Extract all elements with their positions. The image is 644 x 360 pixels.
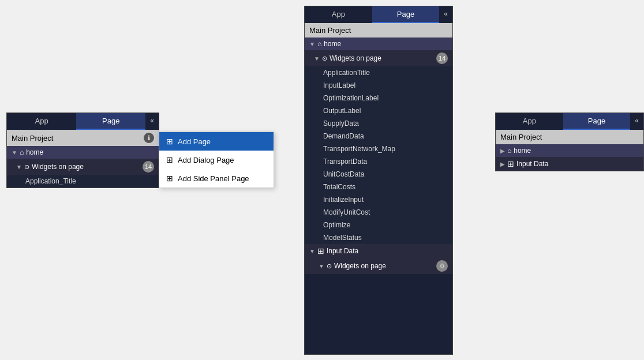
center-input-widgets-label: Widgets on page xyxy=(334,262,386,270)
center-home-label: home xyxy=(324,40,341,48)
dropdown-add-dialog[interactable]: ⊞ Add Dialog Page xyxy=(159,151,274,169)
left-home-label: home xyxy=(26,148,43,156)
list-item[interactable]: TransportData xyxy=(305,155,452,168)
left-widgets-label: Widgets on page xyxy=(32,163,84,171)
center-tab-app[interactable]: App xyxy=(305,6,372,23)
center-home-row[interactable]: ▼ ⌂ home xyxy=(305,38,452,50)
right-input-data-arrow: ▶ xyxy=(500,161,505,167)
left-widgets-badge: 14 xyxy=(143,161,154,172)
right-tab-app[interactable]: App xyxy=(496,113,563,130)
add-dialog-icon: ⊞ xyxy=(166,155,173,164)
left-selected-item-label: Application_Title xyxy=(25,177,76,185)
center-collapse-button[interactable]: « xyxy=(439,6,452,23)
right-input-data-row[interactable]: ▶ ⊞ Input Data xyxy=(496,157,643,171)
add-page-icon: ⊞ xyxy=(166,137,173,146)
left-widgets-row[interactable]: ▼ ⊙ Widgets on page 14 xyxy=(7,159,159,175)
add-page-label: Add Page xyxy=(178,137,211,146)
center-home-arrow: ▼ xyxy=(309,41,315,47)
list-item[interactable]: UnitCostData xyxy=(305,168,452,181)
right-collapse-button[interactable]: « xyxy=(630,113,643,130)
list-item[interactable]: OutputLabel xyxy=(305,104,452,117)
dropdown-menu: ⊞ Add Page ⊞ Add Dialog Page ⊞ Add Side … xyxy=(159,132,274,188)
add-side-panel-label: Add Side Panel Page xyxy=(178,174,249,183)
center-panel: App Page « Main Project ▼ ⌂ home ▼ ⊙ Wid… xyxy=(304,6,453,355)
right-input-data-label: Input Data xyxy=(516,160,548,168)
center-home-icon: ⌂ xyxy=(317,40,321,48)
left-widgets-arrow: ▼ xyxy=(16,164,22,170)
left-collapse-button[interactable]: « xyxy=(145,113,159,130)
left-home-icon: ⌂ xyxy=(20,148,24,156)
left-panel: App Page « Main Project ℹ ▼ ⌂ home ▼ ⊙ W… xyxy=(6,112,159,188)
left-project-name: Main Project xyxy=(12,134,53,142)
center-widgets-arrow: ▼ xyxy=(314,55,320,62)
center-input-widget-icon: ⊙ xyxy=(327,262,332,270)
list-item[interactable]: TransportNetwork_Map xyxy=(305,142,452,155)
right-home-arrow: ▶ xyxy=(500,148,505,154)
list-item[interactable]: DemandData xyxy=(305,130,452,142)
center-project-name: Main Project xyxy=(309,26,351,35)
center-input-widgets-row[interactable]: ▼ ⊙ Widgets on page 0 xyxy=(305,258,452,274)
list-item[interactable]: SupplyData xyxy=(305,117,452,130)
add-side-panel-icon: ⊞ xyxy=(166,174,173,183)
list-item[interactable]: OptimizationLabel xyxy=(305,92,452,104)
right-input-data-icon: ⊞ xyxy=(507,159,514,168)
center-input-data-icon: ⊞ xyxy=(317,246,324,256)
center-input-data-row[interactable]: ▼ ⊞ Input Data xyxy=(305,244,452,258)
right-home-label: home xyxy=(514,147,531,155)
list-item[interactable]: InputLabel xyxy=(305,79,452,92)
center-widgets-badge: 14 xyxy=(436,52,448,64)
list-item[interactable]: Optimize xyxy=(305,219,452,231)
left-tab-app[interactable]: App xyxy=(7,113,76,130)
left-panel-header: App Page « xyxy=(7,113,159,130)
left-widget-icon: ⊙ xyxy=(24,163,29,171)
list-item[interactable]: InitializeInput xyxy=(305,193,452,206)
left-project-row: Main Project ℹ xyxy=(7,130,159,146)
right-home-icon: ⌂ xyxy=(507,147,511,155)
center-project-row: Main Project xyxy=(305,23,452,38)
center-widgets-row[interactable]: ▼ ⊙ Widgets on page 14 xyxy=(305,50,452,66)
list-item[interactable]: TotalCosts xyxy=(305,181,452,193)
right-panel-header: App Page « xyxy=(496,113,643,130)
center-input-data-label: Input Data xyxy=(327,247,358,255)
list-item[interactable]: ModelStatus xyxy=(305,231,452,244)
center-input-widgets-badge: 0 xyxy=(436,260,448,272)
center-widget-icon: ⊙ xyxy=(322,55,327,62)
center-input-widgets-arrow: ▼ xyxy=(319,263,324,269)
left-info-icon[interactable]: ℹ xyxy=(144,133,154,143)
right-tab-page[interactable]: Page xyxy=(563,113,631,130)
list-item[interactable]: ModifyUnitCost xyxy=(305,206,452,219)
center-widgets-label: Widgets on page xyxy=(330,54,381,62)
right-panel: App Page « Main Project ▶ ⌂ home ▶ ⊞ Inp… xyxy=(495,112,644,171)
right-project-row: Main Project xyxy=(496,130,643,144)
dropdown-add-page[interactable]: ⊞ Add Page xyxy=(159,132,274,151)
left-selected-item[interactable]: Application_Title xyxy=(7,175,159,187)
left-tab-page[interactable]: Page xyxy=(76,113,145,130)
left-home-row[interactable]: ▼ ⌂ home xyxy=(7,146,159,159)
right-home-row[interactable]: ▶ ⌂ home xyxy=(496,144,643,157)
center-panel-header: App Page « xyxy=(305,6,452,23)
left-home-arrow: ▼ xyxy=(12,149,17,156)
add-dialog-label: Add Dialog Page xyxy=(178,156,234,164)
center-tab-page[interactable]: Page xyxy=(372,6,440,23)
center-input-data-arrow: ▼ xyxy=(309,248,315,254)
dropdown-add-side-panel[interactable]: ⊞ Add Side Panel Page xyxy=(159,169,274,187)
right-project-name: Main Project xyxy=(500,133,542,141)
list-item[interactable]: ApplicationTitle xyxy=(305,66,452,79)
